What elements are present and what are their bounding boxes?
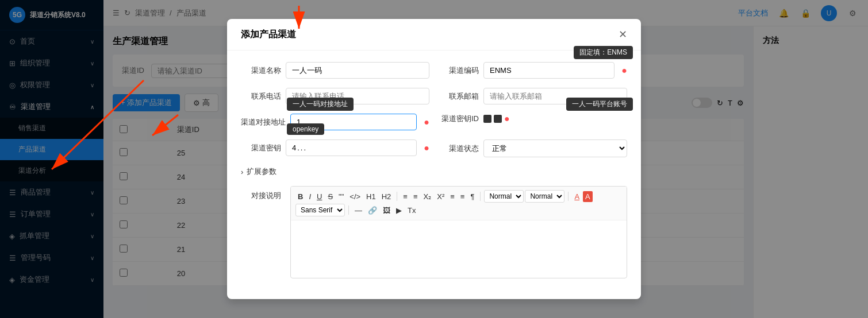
expand-params-label: 扩展参数	[247, 166, 276, 177]
secret-id-label: 渠道密钥ID	[439, 114, 479, 124]
style-select-1[interactable]: Normal	[484, 190, 524, 203]
editor-toolbar: B I U S "" </> H1 H2 ≡ ≡ X₂ X² ≡	[291, 187, 627, 220]
font-color-button[interactable]: A	[572, 191, 582, 202]
red-dot-secret-id: ●	[504, 114, 510, 124]
form-item-channel-name: 渠道名称	[241, 62, 429, 79]
underline-button[interactable]: U	[314, 191, 324, 202]
hr-button[interactable]: —	[352, 205, 364, 216]
clear-format-button[interactable]: Tx	[405, 205, 418, 216]
quote-button[interactable]: ""	[336, 191, 346, 202]
ol-button[interactable]: ≡	[411, 191, 420, 202]
status-label: 渠道状态	[439, 144, 479, 154]
annotation-enms: 固定填：ENMS	[574, 46, 633, 59]
toolbar-divider	[397, 192, 397, 201]
red-dot-address: ●	[424, 117, 429, 127]
form-item-secret-id: 渠道密钥ID ● 一人一码平台账号	[439, 114, 627, 124]
form-item-channel-code: 渠道编码 ● 固定填：ENMS	[439, 62, 627, 79]
toolbar-divider3	[568, 192, 569, 201]
align-left-button[interactable]: ≡	[448, 191, 457, 202]
rich-text-editor: B I U S "" </> H1 H2 ≡ ≡ X₂ X² ≡	[290, 186, 627, 278]
form-item-address: 渠道对接地址 ● 一人一码对接地址	[241, 114, 429, 130]
channel-code-input[interactable]	[483, 62, 614, 79]
modal-title: 添加产品渠道	[241, 29, 296, 41]
email-label: 联系邮箱	[439, 91, 479, 102]
h1-button[interactable]: H1	[364, 191, 378, 202]
secret-id-block2	[494, 115, 502, 123]
channel-name-label: 渠道名称	[241, 65, 281, 76]
font-family-select[interactable]: Sans Serif	[295, 204, 345, 216]
annotation-address: 一人一码对接地址	[287, 98, 354, 111]
annotation-openkey: openkey	[287, 123, 324, 135]
form-item-secret-key: 渠道密钥 ● openkey	[241, 139, 429, 156]
channel-name-input[interactable]	[286, 62, 429, 79]
modal-body: 渠道名称 渠道编码 ● 固定填：ENMS 联系电话	[227, 51, 641, 299]
form-row-1: 渠道名称 渠道编码 ● 固定填：ENMS	[241, 62, 627, 79]
link-button[interactable]: 🔗	[366, 205, 379, 216]
channel-code-label: 渠道编码	[439, 65, 479, 76]
ul-button[interactable]: ≡	[401, 191, 410, 202]
video-button[interactable]: ▶	[394, 205, 404, 216]
address-label: 渠道对接地址	[241, 117, 286, 127]
bold-button[interactable]: B	[295, 191, 305, 202]
secret-key-label: 渠道密钥	[241, 143, 281, 153]
expand-params-row[interactable]: › 扩展参数	[241, 166, 627, 177]
form-row-4: 渠道密钥 ● openkey 渠道状态 正常 禁用	[241, 139, 627, 157]
align-right-button[interactable]: ≡	[458, 191, 467, 202]
modal-close-button[interactable]: ✕	[619, 28, 627, 41]
editor-content[interactable]	[291, 220, 627, 278]
add-channel-modal: 添加产品渠道 ✕ 渠道名称 渠道编码 ● 固定填：ENMS	[227, 19, 641, 299]
code-button[interactable]: </>	[347, 191, 363, 202]
font-bg-button[interactable]: A	[583, 191, 593, 202]
italic-button[interactable]: I	[306, 191, 313, 202]
desc-label: 对接说明	[241, 191, 281, 201]
toolbar-divider4	[348, 205, 349, 215]
sub-button[interactable]: X₂	[421, 191, 434, 202]
modal-overlay: 添加产品渠道 ✕ 渠道名称 渠道编码 ● 固定填：ENMS	[0, 0, 868, 318]
phone-label: 联系电话	[241, 91, 281, 102]
form-row-desc: 对接说明 B I U S "" </> H1 H2 ≡ ≡ X₂	[241, 186, 627, 278]
indent-button[interactable]: ¶	[468, 191, 477, 202]
sup-button[interactable]: X²	[435, 191, 447, 202]
red-dot-key: ●	[424, 143, 429, 153]
style-select-2[interactable]: Normal	[525, 190, 564, 203]
red-dot-code: ●	[621, 65, 627, 76]
chevron-right-icon: ›	[241, 168, 243, 176]
secret-key-input[interactable]	[286, 139, 417, 156]
secret-id-block1	[483, 115, 491, 123]
image-button[interactable]: 🖼	[381, 205, 393, 216]
status-select[interactable]: 正常 禁用	[483, 139, 627, 157]
toolbar-divider2	[480, 192, 481, 201]
annotation-account: 一人一码平台账号	[566, 98, 633, 111]
strikethrough-button[interactable]: S	[325, 191, 335, 202]
form-item-status: 渠道状态 正常 禁用	[439, 139, 627, 157]
h2-button[interactable]: H2	[379, 191, 394, 202]
